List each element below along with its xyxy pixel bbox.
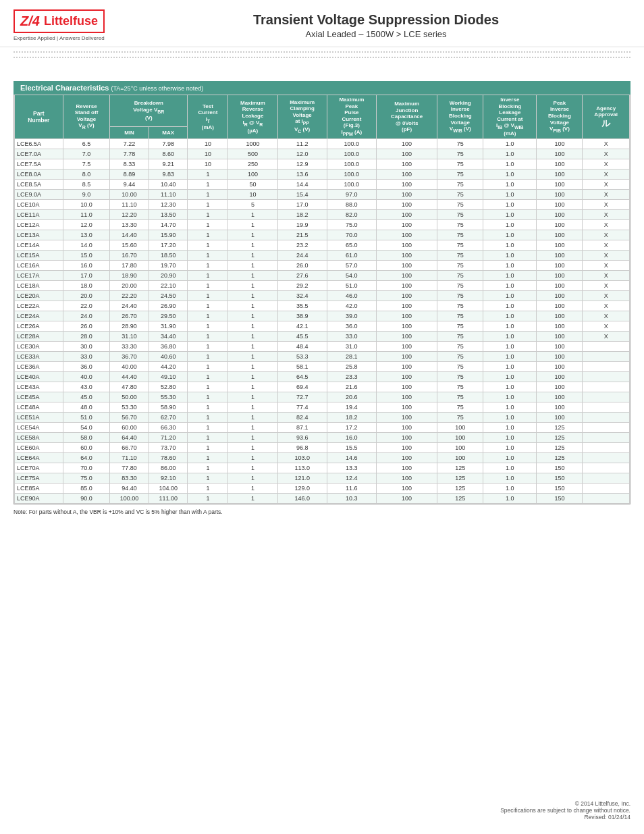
table-cell: 1 <box>228 301 277 311</box>
table-cell: 19.4 <box>327 402 376 412</box>
table-cell: LCE28A <box>15 331 63 341</box>
table-cell: X <box>583 321 630 331</box>
table-cell: 29.2 <box>277 280 327 290</box>
table-cell: X <box>583 159 630 169</box>
table-cell: 1 <box>228 321 277 331</box>
table-cell: 100 <box>537 412 583 422</box>
table-cell: 100 <box>437 452 483 463</box>
table-cell: 10.3 <box>327 493 376 503</box>
table-cell: 1 <box>188 270 228 280</box>
table-cell: 75 <box>437 351 483 361</box>
table-cell: 17.80 <box>110 260 149 270</box>
section-title: Electrical Characteristics <box>20 84 109 92</box>
table-cell: 17.20 <box>149 240 188 250</box>
table-row: LCE33A33.036.7040.601153.328.1100751.010… <box>15 351 630 361</box>
table-cell: 100 <box>376 422 437 432</box>
table-cell: 71.10 <box>110 452 149 463</box>
table-cell: 100 <box>376 149 437 159</box>
col-agency: AgencyApprovalル <box>583 95 630 139</box>
table-cell: 100 <box>437 442 483 452</box>
table-cell: 1 <box>188 422 228 432</box>
table-cell <box>583 452 630 463</box>
table-cell: 100 <box>537 311 583 321</box>
table-row: LCE15A15.016.7018.501124.461.0100751.010… <box>15 250 630 260</box>
table-cell: 42.1 <box>277 321 327 331</box>
table-cell: 24.4 <box>277 250 327 260</box>
table-cell: 75 <box>437 250 483 260</box>
table-row: LCE45A45.050.0055.301172.720.6100751.010… <box>15 392 630 402</box>
table-cell <box>583 463 630 473</box>
table-cell: 11.0 <box>63 209 110 219</box>
table-cell: 34.40 <box>149 331 188 341</box>
table-cell: X <box>583 240 630 250</box>
table-cell: 12.0 <box>63 219 110 230</box>
table-cell: 1.0 <box>483 412 537 422</box>
table-cell: 113.0 <box>277 463 327 473</box>
table-cell: 18.2 <box>327 412 376 422</box>
table-cell: 100 <box>437 432 483 442</box>
table-cell: LCE24A <box>15 311 63 321</box>
table-cell: 60.00 <box>110 422 149 432</box>
table-cell: 1.0 <box>483 189 537 199</box>
table-cell: 78.60 <box>149 452 188 463</box>
table-cell: 100 <box>376 402 437 412</box>
table-cell: 75 <box>437 189 483 199</box>
table-container: PartNumber ReverseStand offVoltageVR (V)… <box>14 95 630 504</box>
table-cell: 1 <box>188 209 228 219</box>
table-cell: 146.0 <box>277 493 327 503</box>
col-max-reverse-leakage: MaximumReverseLeakageIR @ VR(µA) <box>228 95 277 139</box>
table-cell: 1.0 <box>483 402 537 412</box>
table-cell: 100 <box>537 331 583 341</box>
table-cell: 75 <box>437 341 483 351</box>
table-row: LCE28A28.031.1034.401145.533.0100751.010… <box>15 331 630 341</box>
table-row: LCE12A12.013.3014.701119.975.0100751.010… <box>15 219 630 230</box>
table-cell: 75 <box>437 270 483 280</box>
table-cell: 75 <box>437 219 483 230</box>
table-cell: 1 <box>188 483 228 493</box>
table-cell: 150 <box>537 473 583 483</box>
table-cell: 21.5 <box>277 230 327 240</box>
table-cell: 100 <box>376 331 437 341</box>
table-cell: 43.0 <box>63 382 110 392</box>
table-cell: 100 <box>537 250 583 260</box>
table-cell: 1.0 <box>483 493 537 503</box>
table-cell: 13.50 <box>149 209 188 219</box>
table-cell: 100 <box>376 250 437 260</box>
table-cell: 500 <box>228 149 277 159</box>
table-cell: 100 <box>376 270 437 280</box>
table-cell: 1.0 <box>483 392 537 402</box>
table-cell: LCE64A <box>15 452 63 463</box>
table-cell <box>583 412 630 422</box>
table-cell: 100 <box>376 219 437 230</box>
table-cell: 45.0 <box>63 392 110 402</box>
table-cell: 1.0 <box>483 321 537 331</box>
header: Z/4 Littelfuse Expertise Applied | Answe… <box>0 0 644 47</box>
table-cell: 1 <box>228 422 277 432</box>
table-cell: 100 <box>376 159 437 169</box>
table-cell: 1 <box>188 280 228 290</box>
table-cell: 100 <box>537 209 583 219</box>
table-cell: 1.0 <box>483 199 537 209</box>
table-cell: 1 <box>188 179 228 189</box>
table-cell: 31.90 <box>149 321 188 331</box>
decorative-bar <box>14 51 630 58</box>
table-cell: 125 <box>537 452 583 463</box>
table-cell: 1 <box>188 250 228 260</box>
table-cell <box>583 442 630 452</box>
table-cell: 15.4 <box>277 189 327 199</box>
table-cell: 125 <box>537 442 583 452</box>
table-cell: 1.0 <box>483 138 537 149</box>
table-cell: 100 <box>537 159 583 169</box>
table-cell <box>583 361 630 371</box>
table-cell: 1 <box>188 402 228 412</box>
table-cell: 1.0 <box>483 331 537 341</box>
table-cell: 1 <box>228 341 277 351</box>
table-cell: 22.20 <box>110 290 149 301</box>
table-cell <box>583 483 630 493</box>
table-cell: 64.0 <box>63 452 110 463</box>
table-cell: 100 <box>537 179 583 189</box>
table-row: LCE58A58.064.4071.201193.616.01001001.01… <box>15 432 630 442</box>
table-cell: 1 <box>188 442 228 452</box>
table-cell: 38.9 <box>277 311 327 321</box>
table-cell: 70.0 <box>63 463 110 473</box>
